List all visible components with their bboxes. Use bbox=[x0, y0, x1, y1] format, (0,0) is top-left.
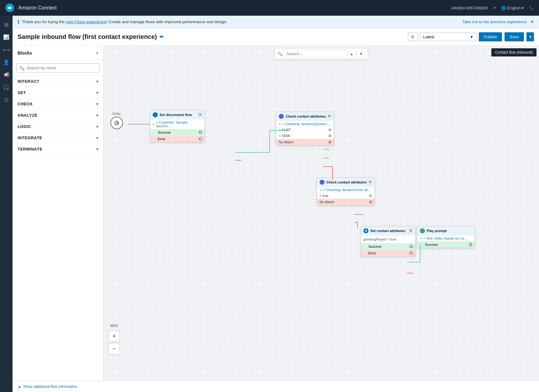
svg-point-1 bbox=[8, 7, 11, 9]
category-interact[interactable]: INTERACT ▾ bbox=[13, 76, 103, 87]
chevron-analyze-icon: ▾ bbox=[96, 113, 98, 118]
canvas[interactable]: 🔍 ▲ ▼ Contact flow (inbound) bbox=[103, 46, 539, 392]
save-button[interactable]: Save bbox=[505, 32, 524, 41]
phone-icon[interactable]: 📞 bbox=[529, 6, 534, 10]
gear-button[interactable]: ⚙ bbox=[408, 33, 417, 41]
banner: ℹ Thank you for trying the new Flows exp… bbox=[0, 16, 539, 28]
set-contact-title: Set contact attributes bbox=[370, 229, 405, 233]
play-prompt-node[interactable]: 🔊 Play prompt + + Text: Hello, thanks fo… bbox=[417, 226, 475, 248]
edit-title-icon[interactable]: ✏ bbox=[160, 34, 164, 40]
check-contact-1-icon: 👤 bbox=[279, 114, 284, 119]
language-selector[interactable]: 🌐 English ▾ bbox=[501, 6, 524, 10]
set-disconnect-title: Set disconnect flow bbox=[160, 113, 192, 117]
zoom-in-button[interactable]: + bbox=[108, 331, 120, 342]
set-disconnect-close[interactable]: ✕ bbox=[198, 112, 203, 117]
blocks-search-area: 🔍 bbox=[13, 60, 103, 76]
category-set[interactable]: SET ▾ bbox=[13, 87, 103, 98]
set-error-port bbox=[410, 252, 413, 255]
chevron-logic-icon: ▾ bbox=[96, 124, 98, 129]
check-contact-2-node[interactable]: 👤 Check contact attributes ✕ + + Checkin… bbox=[317, 177, 375, 205]
true-port bbox=[369, 194, 372, 197]
blocks-panel: Blocks ‹ 🔍 INTERACT ▾ SET ▾ CHECK ▾ ANAL… bbox=[13, 46, 103, 392]
set-disconnect-icon: 👤 bbox=[153, 112, 158, 117]
set-disconnect-content: + + Customer: Sample disconn... bbox=[150, 119, 204, 129]
check-contact-2-title: Check contact attributes bbox=[326, 180, 367, 184]
task-port bbox=[329, 135, 331, 137]
sidebar-icon-headset[interactable]: 🎧 bbox=[1, 82, 11, 92]
blocks-categories: INTERACT ▾ SET ▾ CHECK ▾ ANALYZE ▾ LOGIC… bbox=[13, 76, 103, 392]
publish-button[interactable]: Publish bbox=[479, 32, 502, 41]
blocks-header: Blocks ‹ bbox=[13, 46, 103, 60]
canvas-search-input[interactable] bbox=[284, 50, 346, 58]
check-contact-1-title: Check contact attributes bbox=[286, 114, 326, 118]
zoom-level-label: 80% bbox=[108, 324, 120, 328]
entry-label: Entry bbox=[113, 112, 121, 115]
set-contact-header: ⚙ Set contact attributes ✕ bbox=[361, 226, 415, 236]
check-nomatch-row-2: No Match bbox=[317, 199, 374, 205]
show-additional-info[interactable]: Show additional flow information bbox=[23, 384, 77, 389]
sidebar-icon-routing[interactable]: ⟷ bbox=[1, 45, 11, 55]
entry-circle[interactable] bbox=[110, 117, 123, 129]
category-logic[interactable]: LOGIC ▾ bbox=[13, 121, 103, 132]
search-canvas-icon: 🔍 bbox=[277, 51, 283, 56]
set-disconnect-header: 👤 Set disconnect flow ✕ bbox=[150, 110, 204, 119]
category-integrate[interactable]: INTEGRATE ▾ bbox=[13, 132, 103, 144]
chat-port bbox=[329, 129, 331, 131]
set-contact-content: greetingPlayed = true bbox=[361, 236, 415, 243]
play-prompt-header: 🔊 Play prompt bbox=[417, 226, 475, 236]
category-terminate[interactable]: TERMINATE ▾ bbox=[13, 144, 103, 155]
search-icon: 🔍 bbox=[19, 66, 24, 70]
sidebar-icon-home[interactable]: ⊞ bbox=[1, 19, 11, 29]
nav-down-button[interactable]: ▼ bbox=[357, 50, 365, 57]
version-selector[interactable]: Latest ▾ bbox=[420, 33, 476, 41]
external-link-icon[interactable]: ↗ bbox=[493, 6, 496, 10]
check-task-row: = TASK bbox=[276, 133, 334, 139]
zoom-controls: 80% + − bbox=[108, 324, 120, 354]
set-disconnect-plus: + bbox=[153, 122, 155, 126]
set-disconnect-success: Success bbox=[150, 129, 204, 135]
banner-link[interactable]: new Flows experience bbox=[66, 19, 106, 24]
page-title-text: Sample inbound flow (first contact exper… bbox=[18, 33, 157, 40]
check-contact-2-content: + + Checking: dynamic(User de... bbox=[317, 187, 374, 193]
play-prompt-content: + + Text: Hello, thanks for ca... bbox=[417, 236, 475, 241]
category-check[interactable]: CHECK ▾ bbox=[13, 98, 103, 110]
nomatch-port-2 bbox=[369, 201, 372, 203]
chevron-terminate-icon: ▾ bbox=[96, 147, 98, 151]
play-prompt-icon: 🔊 bbox=[420, 228, 425, 233]
sidebar-icon-dashboard[interactable]: 📊 bbox=[1, 32, 11, 42]
chevron-up-icon: ▲ bbox=[18, 384, 21, 389]
collapse-panel-icon[interactable]: ‹ bbox=[96, 50, 98, 56]
play-success-port bbox=[469, 243, 472, 246]
sidebar-icon-users[interactable]: 👤 bbox=[1, 57, 11, 67]
save-dropdown-button[interactable]: ▾ bbox=[526, 32, 534, 41]
check-nomatch-row-1: No Match bbox=[276, 139, 334, 145]
flow-badge: Contact flow (inbound) bbox=[491, 48, 536, 56]
bottom-info-bar[interactable]: ▲ Show additional flow information bbox=[13, 381, 539, 392]
sidebar-icon-channels[interactable]: 📢 bbox=[1, 70, 11, 80]
set-contact-success: Success bbox=[361, 243, 415, 250]
zoom-out-button[interactable]: − bbox=[108, 343, 120, 354]
check-contact-2-icon: 👤 bbox=[320, 180, 325, 185]
sidebar-icon-tasks[interactable]: ☑ bbox=[1, 95, 11, 105]
banner-cta[interactable]: Take me to the previous experience bbox=[462, 19, 527, 24]
banner-close[interactable]: ✕ bbox=[531, 19, 534, 24]
main-area: Blocks ‹ 🔍 INTERACT ▾ SET ▾ CHECK ▾ ANAL… bbox=[13, 46, 539, 392]
set-disconnect-node[interactable]: 👤 Set disconnect flow ✕ + + Customer: Sa… bbox=[150, 110, 205, 142]
nav-up-button[interactable]: ▲ bbox=[348, 50, 356, 57]
set-contact-close[interactable]: ✕ bbox=[408, 228, 413, 233]
check-chat-row: = CHAT bbox=[276, 127, 334, 133]
top-nav: Amazon Connect IAM@d-92670982bf ↗ 🌐 Engl… bbox=[0, 0, 539, 16]
check-true-row: = true bbox=[317, 193, 374, 199]
check-contact-2-close[interactable]: ✕ bbox=[367, 180, 373, 185]
category-analyze[interactable]: ANALYZE ▾ bbox=[13, 110, 103, 121]
chevron-interact-icon: ▾ bbox=[96, 79, 98, 84]
user-info[interactable]: IAM@d-92670982bf bbox=[451, 6, 488, 10]
search-input[interactable] bbox=[16, 63, 99, 72]
set-contact-node[interactable]: ⚙ Set contact attributes ✕ greetingPlaye… bbox=[361, 226, 415, 257]
chevron-set-icon: ▾ bbox=[96, 91, 98, 95]
nomatch-port-1 bbox=[329, 141, 331, 143]
check-contact-1-close[interactable]: ✕ bbox=[327, 114, 332, 119]
page-header: Sample inbound flow (first contact exper… bbox=[0, 28, 539, 46]
chevron-integrate-icon: ▾ bbox=[96, 136, 98, 140]
check-contact-1-node[interactable]: 👤 Check contact attributes ✕ + + Checkin… bbox=[276, 112, 334, 146]
